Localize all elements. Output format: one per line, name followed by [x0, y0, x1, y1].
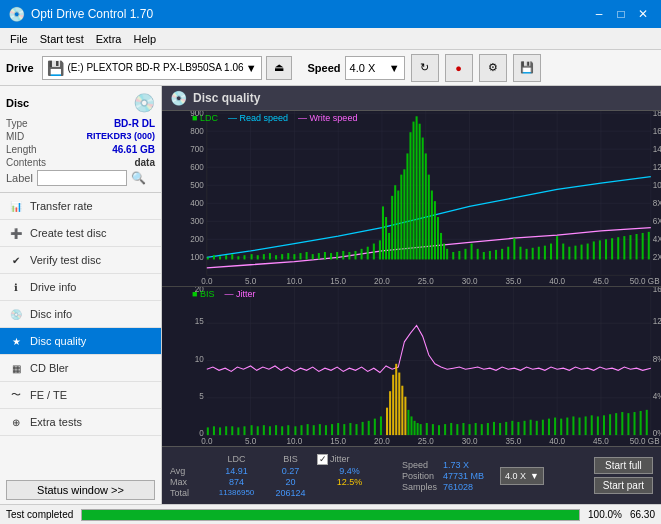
- disc-mid-row: MID RITEKDR3 (000): [6, 131, 155, 142]
- nav-create-test-disc[interactable]: ➕ Create test disc: [0, 220, 161, 247]
- svg-text:40.0: 40.0: [549, 276, 565, 286]
- svg-rect-63: [281, 254, 283, 259]
- svg-text:16X: 16X: [653, 126, 661, 136]
- eject-button[interactable]: ⏏: [266, 56, 292, 80]
- svg-text:5: 5: [199, 391, 204, 401]
- svg-text:200: 200: [190, 234, 204, 244]
- close-button[interactable]: ✕: [633, 4, 653, 24]
- svg-rect-126: [599, 240, 601, 259]
- svg-rect-201: [389, 391, 391, 435]
- svg-rect-127: [605, 239, 607, 259]
- svg-rect-54: [225, 255, 227, 259]
- svg-rect-216: [450, 423, 452, 435]
- svg-rect-99: [440, 233, 442, 260]
- refresh-icon: ↻: [420, 61, 429, 74]
- speed-select[interactable]: 4.0 X ▼: [345, 56, 405, 80]
- svg-text:8X: 8X: [653, 198, 661, 208]
- menu-file[interactable]: File: [4, 31, 34, 47]
- menu-start-test[interactable]: Start test: [34, 31, 90, 47]
- status-window-button[interactable]: Status window >>: [6, 480, 155, 500]
- jitter-col-header: Jitter: [330, 454, 350, 464]
- disc-contents-value: data: [134, 157, 155, 168]
- nav-fe-te[interactable]: 〜 FE / TE: [0, 382, 161, 409]
- total-label: Total: [170, 488, 205, 498]
- svg-rect-55: [231, 254, 233, 259]
- svg-text:8%: 8%: [653, 353, 661, 363]
- svg-text:10X: 10X: [653, 180, 661, 190]
- nav-drive-info[interactable]: ℹ Drive info: [0, 274, 161, 301]
- max-ldc: 874: [209, 477, 264, 487]
- nav-disc-quality[interactable]: ★ Disc quality: [0, 328, 161, 355]
- nav-verify-test-disc[interactable]: ✔ Verify test disc: [0, 247, 161, 274]
- menu-extra[interactable]: Extra: [90, 31, 128, 47]
- start-part-button[interactable]: Start part: [594, 477, 653, 494]
- svg-text:0.0: 0.0: [201, 436, 213, 446]
- title-bar: 💿 Opti Drive Control 1.70 – □ ✕: [0, 0, 661, 28]
- avg-bis: 0.27: [268, 466, 313, 476]
- drive-toolbar: Drive 💾 (E:) PLEXTOR BD-R PX-LB950SA 1.0…: [0, 50, 661, 86]
- start-full-button[interactable]: Start full: [594, 457, 653, 474]
- svg-rect-191: [331, 424, 333, 435]
- svg-rect-115: [532, 248, 534, 260]
- jitter-legend: — Jitter: [224, 289, 255, 299]
- drive-select[interactable]: 💾 (E:) PLEXTOR BD-R PX-LB950SA 1.06 ▼: [42, 56, 262, 80]
- speed-dropdown-icon: ▼: [389, 62, 400, 74]
- svg-rect-233: [554, 417, 556, 435]
- nav-fe-te-label: FE / TE: [30, 389, 67, 401]
- content-header-title: Disc quality: [193, 91, 260, 105]
- svg-text:15.0: 15.0: [330, 436, 346, 446]
- svg-rect-217: [456, 424, 458, 435]
- svg-rect-204: [398, 373, 400, 436]
- svg-rect-116: [538, 247, 540, 260]
- svg-text:2X: 2X: [653, 252, 661, 262]
- svg-rect-229: [530, 420, 532, 435]
- svg-text:18X: 18X: [653, 111, 661, 118]
- disc-length-row: Length 46.61 GB: [6, 144, 155, 155]
- svg-rect-183: [281, 426, 283, 435]
- drive-info-icon: ℹ: [8, 279, 24, 295]
- disc-label-input[interactable]: [37, 170, 127, 186]
- minimize-button[interactable]: –: [589, 4, 609, 24]
- jitter-checkbox[interactable]: ✓: [317, 454, 328, 465]
- refresh-button[interactable]: ↻: [411, 54, 439, 82]
- svg-rect-66: [299, 253, 301, 259]
- nav-cd-bler[interactable]: ▦ CD Bler: [0, 355, 161, 382]
- bottom-chart: ■ BIS — Jitter: [162, 287, 661, 446]
- svg-rect-211: [420, 424, 422, 435]
- total-jitter-empty: [317, 488, 382, 498]
- svg-text:50.0 GB: 50.0 GB: [630, 436, 660, 446]
- nav-transfer-rate[interactable]: 📊 Transfer rate: [0, 193, 161, 220]
- menu-help[interactable]: Help: [127, 31, 162, 47]
- svg-text:10.0: 10.0: [286, 276, 302, 286]
- save-button[interactable]: 💾: [513, 54, 541, 82]
- svg-rect-60: [263, 254, 265, 259]
- svg-rect-67: [306, 252, 308, 259]
- nav-verify-test-disc-label: Verify test disc: [30, 254, 101, 266]
- max-label: Max: [170, 477, 205, 487]
- maximize-button[interactable]: □: [611, 4, 631, 24]
- speed-dropdown[interactable]: 4.0 X ▼: [500, 467, 544, 485]
- svg-rect-223: [493, 422, 495, 435]
- nav-extra-tests-label: Extra tests: [30, 416, 82, 428]
- disc-button[interactable]: ●: [445, 54, 473, 82]
- svg-rect-173: [219, 427, 221, 435]
- svg-rect-213: [432, 424, 434, 435]
- drive-text: (E:) PLEXTOR BD-R PX-LB950SA 1.06: [68, 62, 246, 73]
- svg-rect-194: [349, 423, 351, 435]
- nav-extra-tests[interactable]: ⊕ Extra tests: [0, 409, 161, 436]
- label-search-icon[interactable]: 🔍: [131, 171, 146, 185]
- svg-text:16%: 16%: [653, 287, 661, 295]
- position-label: Position: [402, 471, 437, 481]
- svg-rect-100: [443, 244, 445, 260]
- svg-rect-88: [406, 153, 408, 259]
- svg-rect-118: [550, 244, 552, 260]
- settings-button[interactable]: ⚙: [479, 54, 507, 82]
- main-layout: Disc 💿 Type BD-R DL MID RITEKDR3 (000) L…: [0, 86, 661, 504]
- svg-rect-108: [489, 251, 491, 259]
- speed-stat-value: 1.73 X: [443, 460, 484, 470]
- svg-rect-84: [394, 185, 396, 259]
- nav-disc-info[interactable]: 💿 Disc info: [0, 301, 161, 328]
- svg-rect-238: [585, 416, 587, 435]
- svg-rect-114: [526, 249, 528, 260]
- svg-text:12%: 12%: [653, 316, 661, 326]
